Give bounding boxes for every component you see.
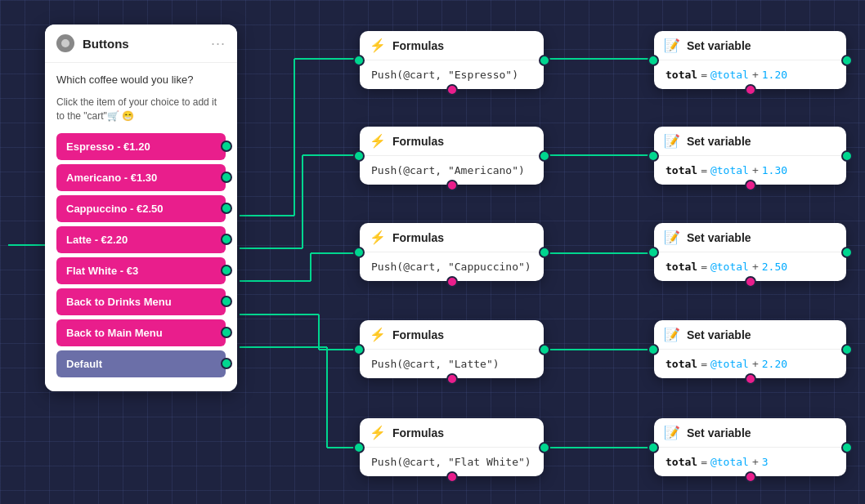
- formula-title-3: Formulas: [392, 231, 444, 244]
- sv-4-right-connector: [841, 344, 853, 355]
- formula-node-4: ⚡ Formulas Push(@cart, "Latte"): [360, 320, 544, 378]
- sv-title-1: Set variable: [687, 39, 751, 52]
- sv-3-bottom-connector: [745, 276, 756, 288]
- sv-title-3: Set variable: [687, 231, 751, 244]
- formula-4-bottom-connector: [446, 373, 458, 385]
- card-question: Which coffee would you like?: [56, 73, 226, 87]
- sv-var-4: total: [666, 358, 697, 370]
- formula-node-2: ⚡ Formulas Push(@cart, "Americano"): [360, 127, 544, 185]
- formula-title-1: Formulas: [392, 39, 444, 52]
- sv-1-right-connector: [841, 55, 853, 66]
- button-flat-white[interactable]: Flat White - €3: [56, 257, 226, 284]
- sv-2-right-connector: [841, 150, 853, 162]
- formula-2-bottom-connector: [446, 180, 458, 191]
- sv-5-right-connector: [841, 442, 853, 453]
- connector-americano: [221, 172, 232, 183]
- button-americano[interactable]: Americano - €1.30: [56, 164, 226, 191]
- sv-var-2: total: [666, 164, 697, 176]
- formula-1-left-connector: [353, 55, 365, 66]
- sv-icon-1: 📝: [664, 38, 680, 53]
- formula-icon-4: ⚡: [370, 327, 386, 342]
- formula-3-bottom-connector: [446, 276, 458, 288]
- sv-4-bottom-connector: [745, 373, 756, 385]
- button-back-drinks[interactable]: Back to Drinks Menu: [56, 288, 226, 315]
- formula-icon-3: ⚡: [370, 230, 386, 245]
- formula-node-3: ⚡ Formulas Push(@cart, "Cappuccino"): [360, 223, 544, 281]
- sv-title-4: Set variable: [687, 328, 751, 341]
- connector-cappuccino: [221, 203, 232, 214]
- formula-title-5: Formulas: [392, 426, 444, 439]
- setvariable-node-5: 📝 Set variable total = @total + 3: [654, 418, 846, 476]
- formula-2-right-connector: [539, 150, 550, 162]
- setvariable-node-1: 📝 Set variable total = @total + 1.20: [654, 31, 846, 89]
- sv-icon-2: 📝: [664, 133, 680, 149]
- sv-icon-5: 📝: [664, 425, 680, 440]
- connector-latte: [221, 234, 232, 245]
- formula-5-left-connector: [353, 442, 365, 453]
- sv-title-5: Set variable: [687, 426, 751, 439]
- button-espresso[interactable]: Espresso - €1.20: [56, 133, 226, 160]
- card-menu-icon[interactable]: ···: [211, 35, 226, 52]
- formula-1-bottom-connector: [446, 84, 458, 96]
- sv-4-left-connector: [648, 344, 659, 355]
- sv-2-bottom-connector: [745, 180, 756, 191]
- formula-5-bottom-connector: [446, 471, 458, 483]
- card-subtitle: Click the item of your choice to add it …: [56, 96, 226, 123]
- sv-2-left-connector: [648, 150, 659, 162]
- button-default[interactable]: Default: [56, 350, 226, 377]
- sv-icon-4: 📝: [664, 327, 680, 342]
- sv-3-left-connector: [648, 247, 659, 258]
- sv-var-1: total: [666, 69, 697, 81]
- sv-3-right-connector: [841, 247, 853, 258]
- formula-title-2: Formulas: [392, 135, 444, 148]
- sv-icon-3: 📝: [664, 230, 680, 245]
- sv-1-bottom-connector: [745, 84, 756, 96]
- buttons-icon: [56, 34, 74, 52]
- setvariable-node-3: 📝 Set variable total = @total + 2.50: [654, 223, 846, 281]
- button-back-main[interactable]: Back to Main Menu: [56, 319, 226, 346]
- button-cappuccino[interactable]: Cappuccino - €2.50: [56, 195, 226, 222]
- formula-node-1: ⚡ Formulas Push(@cart, "Espresso"): [360, 31, 544, 89]
- buttons-card-title: Buttons: [83, 37, 211, 51]
- sv-1-left-connector: [648, 55, 659, 66]
- buttons-card: Buttons ··· Which coffee would you like?…: [45, 25, 237, 391]
- sv-5-bottom-connector: [745, 471, 756, 483]
- formula-icon-2: ⚡: [370, 133, 386, 149]
- connector-default: [221, 358, 232, 369]
- formula-2-left-connector: [353, 150, 365, 162]
- formula-3-left-connector: [353, 247, 365, 258]
- formula-title-4: Formulas: [392, 328, 444, 341]
- button-latte[interactable]: Latte - €2.20: [56, 226, 226, 253]
- sv-5-left-connector: [648, 442, 659, 453]
- setvariable-node-2: 📝 Set variable total = @total + 1.30: [654, 127, 846, 185]
- formula-1-right-connector: [539, 55, 550, 66]
- formula-icon-5: ⚡: [370, 425, 386, 440]
- formula-4-left-connector: [353, 344, 365, 355]
- formula-3-right-connector: [539, 247, 550, 258]
- formula-5-right-connector: [539, 442, 550, 453]
- sv-var-5: total: [666, 456, 697, 468]
- sv-title-2: Set variable: [687, 135, 751, 148]
- sv-var-3: total: [666, 261, 697, 273]
- connector-flat-white: [221, 265, 232, 276]
- formula-4-right-connector: [539, 344, 550, 355]
- connector-back-main: [221, 327, 232, 338]
- formula-node-5: ⚡ Formulas Push(@cart, "Flat White"): [360, 418, 544, 476]
- formula-icon-1: ⚡: [370, 38, 386, 53]
- connector-espresso: [221, 140, 232, 152]
- connector-back-drinks: [221, 296, 232, 307]
- setvariable-node-4: 📝 Set variable total = @total + 2.20: [654, 320, 846, 378]
